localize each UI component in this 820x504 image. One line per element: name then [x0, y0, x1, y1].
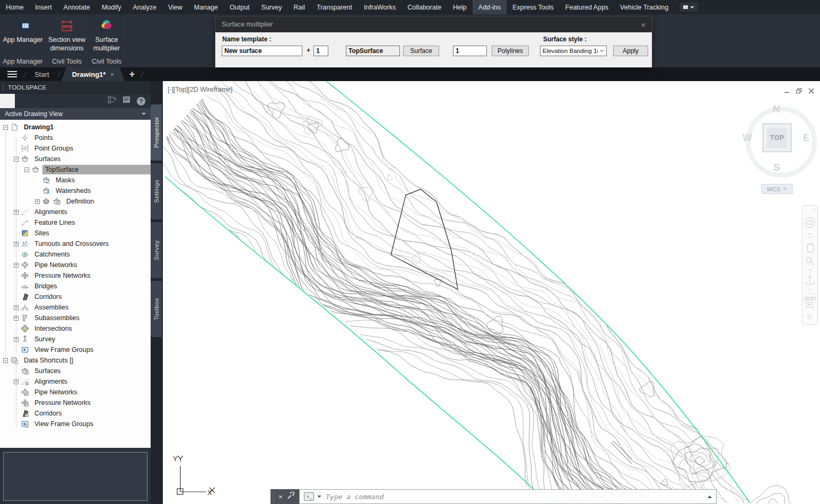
expand-icon[interactable]: +	[14, 263, 19, 268]
tree-item-view-frame-groups[interactable]: View Frame Groups	[0, 344, 151, 355]
navigation-wheel-icon[interactable]	[808, 220, 812, 225]
tree-item-intersections[interactable]: Intersections	[0, 323, 151, 334]
menu-item-view[interactable]: View	[162, 0, 188, 14]
expand-icon[interactable]: +	[14, 337, 19, 342]
help-icon[interactable]: ?	[137, 97, 145, 105]
tree-item-alignments[interactable]: +Alignments	[0, 376, 151, 387]
tree-item-watersheds[interactable]: Watersheds	[0, 185, 151, 196]
chevron-down-icon[interactable]	[808, 233, 812, 235]
surface-name-field[interactable]	[346, 46, 400, 56]
expand-icon[interactable]: +	[14, 305, 19, 310]
toolspace-title-bar[interactable]: TOOLSPACE	[0, 81, 151, 94]
apply-button[interactable]: Apply	[613, 46, 648, 56]
menu-item-collaborate[interactable]: Collaborate	[402, 0, 447, 14]
close-icon[interactable]	[808, 86, 814, 96]
side-tab-survey[interactable]: Survey	[151, 222, 162, 278]
item-view-toggle-icon[interactable]	[108, 96, 117, 106]
surface-style-select[interactable]: Elevation Banding 1(	[540, 46, 607, 56]
command-input[interactable]	[325, 492, 704, 501]
menu-item-help[interactable]: Help	[447, 0, 473, 14]
drag-grip-icon[interactable]	[3, 84, 4, 91]
tree-item-pipe-networks[interactable]: +Pipe Networks	[0, 260, 151, 270]
tree-item-subassemblies[interactable]: +Subassemblies	[0, 313, 151, 323]
tab-close-icon[interactable]: ×	[110, 70, 114, 78]
wcs-selector[interactable]: WCS	[761, 184, 793, 194]
viewport-controls-label[interactable]: [-][Top][2D Wireframe]	[168, 86, 232, 93]
dialog-title-bar[interactable]: Surface multiplier ×	[215, 16, 652, 32]
command-prompt-icon[interactable]: >_	[304, 492, 314, 501]
menu-item-manage[interactable]: Manage	[188, 0, 224, 14]
expand-icon[interactable]: +	[14, 210, 19, 215]
tree-item-surfaces[interactable]: Surfaces	[0, 366, 151, 376]
tree-item-data-shortcuts[interactable]: −Data Shortcuts []	[0, 355, 151, 366]
drag-grip-icon[interactable]	[273, 492, 275, 501]
menu-item-vehicle-tracking[interactable]: Vehicle Tracking	[614, 0, 674, 14]
menu-item-analyze[interactable]: Analyze	[127, 0, 162, 14]
surface-boundary-left[interactable]	[165, 176, 548, 503]
command-line-field[interactable]: >_	[299, 489, 717, 504]
polyline-count-field[interactable]	[453, 46, 487, 56]
tab-start[interactable]: Start	[28, 67, 56, 81]
tree-item-assemblies[interactable]: +Assemblies	[0, 302, 151, 313]
tree-item-drawing1[interactable]: −Drawing1	[0, 122, 151, 132]
compass-south[interactable]: S	[773, 162, 780, 173]
dialog-close-icon[interactable]: ×	[641, 20, 645, 29]
tab-drawing1[interactable]: Drawing1* ×	[62, 67, 125, 81]
menu-item-home[interactable]: Home	[0, 0, 29, 14]
navigation-wheel-icon[interactable]	[805, 218, 815, 227]
zoom-icon[interactable]	[806, 258, 812, 263]
tree-item-survey[interactable]: +Survey	[0, 334, 151, 344]
chevron-down-icon[interactable]	[808, 269, 812, 271]
menu-item-modify[interactable]: Modify	[96, 0, 127, 14]
surface-boundary-right[interactable]	[326, 81, 750, 503]
polylines-pick-button[interactable]: Polylines	[492, 46, 529, 56]
chevron-down-icon[interactable]	[808, 289, 812, 291]
tree-item-view-frame-groups[interactable]: View Frame Groups	[0, 419, 151, 429]
tree-item-points[interactable]: Points	[0, 132, 151, 143]
tree-item-bridges[interactable]: Bridges	[0, 281, 151, 291]
tree-item-pressure-networks[interactable]: Pressure Networks	[0, 397, 151, 408]
command-line-grip[interactable]: ×	[271, 489, 299, 504]
tree-item-corridors[interactable]: Corridors	[0, 291, 151, 302]
compass-east[interactable]: E	[803, 132, 810, 144]
menu-item-express-tools[interactable]: Express Tools	[507, 0, 560, 14]
preview-pane-toggle-icon[interactable]	[123, 96, 131, 106]
recent-commands-icon[interactable]	[708, 496, 712, 498]
navbar-close-icon[interactable]	[813, 209, 815, 211]
tree-item-definition[interactable]: +Definition	[0, 196, 151, 207]
expand-icon[interactable]: +	[35, 199, 40, 204]
pan-icon[interactable]	[807, 243, 814, 252]
tree-item-surfaces[interactable]: −Surfaces	[0, 154, 151, 164]
side-tab-prospector[interactable]: Prospector	[151, 104, 162, 161]
name-template-input[interactable]	[222, 46, 302, 56]
tree-item-pressure-networks[interactable]: Pressure Networks	[0, 270, 151, 281]
menu-item-add-ins[interactable]: Add-ins	[473, 0, 507, 14]
tree-item-pipe-networks[interactable]: Pipe Networks	[0, 387, 151, 397]
tree-item-catchments[interactable]: Catchments	[0, 249, 151, 260]
showmotion-icon[interactable]	[805, 297, 808, 300]
expand-icon[interactable]: +	[14, 316, 19, 321]
tree-item-masks[interactable]: Masks	[0, 175, 151, 185]
menu-item-transparent[interactable]: Transparent	[311, 0, 358, 14]
expand-icon[interactable]: +	[14, 242, 19, 246]
app-manager-button[interactable]: App Manager	[0, 14, 46, 55]
menu-item-featured-apps[interactable]: Featured Apps	[560, 0, 614, 14]
compass-west[interactable]: W	[743, 132, 752, 144]
surface-pick-button[interactable]: Surface	[403, 46, 439, 56]
tree-item-turnouts-and-crossovers[interactable]: +Turnouts and Crossovers	[0, 238, 151, 249]
viewcube-top[interactable]: TOP	[763, 123, 791, 152]
menu-item-survey[interactable]: Survey	[256, 0, 288, 14]
tree-item-alignments[interactable]: +Alignments	[0, 207, 151, 217]
orbit-icon[interactable]	[809, 276, 812, 282]
counter-input[interactable]	[313, 46, 328, 56]
minimize-icon[interactable]	[784, 86, 790, 96]
section-view-dimensions-button[interactable]: Section view dimensions	[46, 14, 88, 55]
menu-item-output[interactable]: Output	[224, 0, 256, 14]
tree-item-topsurface[interactable]: −TopSurface	[0, 164, 151, 175]
collapse-icon[interactable]: −	[3, 125, 8, 130]
collapse-icon[interactable]: −	[3, 358, 8, 363]
side-tab-toolbox[interactable]: Toolbox	[151, 281, 162, 337]
menu-item-annotate[interactable]: Annotate	[58, 0, 96, 14]
customize-wrench-icon[interactable]	[286, 492, 294, 502]
menu-overflow-button[interactable]	[679, 3, 698, 12]
